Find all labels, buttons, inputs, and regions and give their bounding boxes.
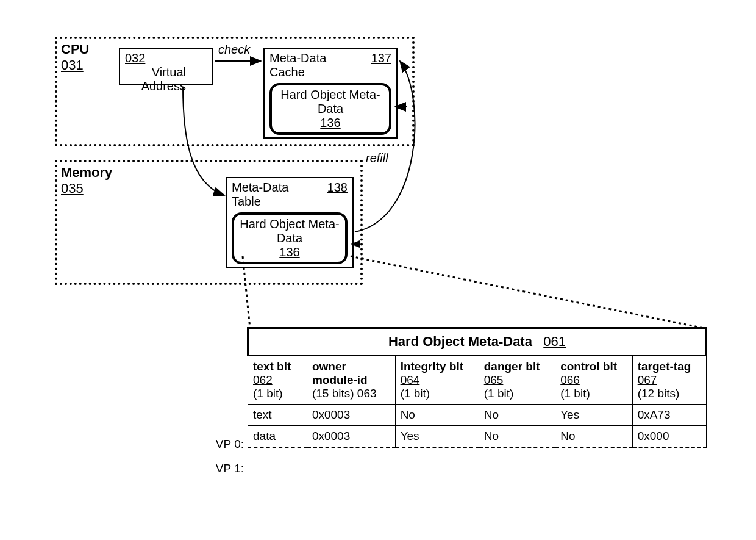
edge-label-check: check xyxy=(218,43,250,57)
meta-data-cache-box: Meta-Data Cache 137 Hard Object Meta-Dat… xyxy=(263,48,398,139)
meta-data-table-detail: Hard Object Meta-Data 061 text bit 062 (… xyxy=(247,327,707,448)
svg-line-3 xyxy=(351,256,704,328)
hard-object-meta-data-cache-inner: Hard Object Meta-Data 136 xyxy=(269,83,391,135)
col-target-tag: target-tag 067 (12 bits) xyxy=(632,356,706,405)
col-text-bit: text bit 062 (1 bit) xyxy=(248,356,307,405)
meta-data-table-box: Meta-Data Table 138 Hard Object Meta-Dat… xyxy=(226,177,354,268)
virtual-address-box: 032 Virtual Address xyxy=(119,48,213,85)
meta-data-cache-ref: 137 xyxy=(371,51,391,65)
meta-data-table-ref: 138 xyxy=(327,181,348,195)
edge-label-refill: refill xyxy=(366,151,388,165)
col-integrity-bit: integrity bit 064 (1 bit) xyxy=(395,356,479,405)
col-owner-module-id: owner module-id (15 bits) 063 xyxy=(307,356,395,405)
row-label-vp1: VP 1: xyxy=(189,462,244,475)
meta-data-table-label: Meta-Data Table xyxy=(232,181,299,209)
row-label-vp0: VP 0: xyxy=(189,437,244,451)
diagram-canvas: CPU 031 032 Virtual Address Meta-Data Ca… xyxy=(0,0,756,540)
table-row: data 0x0003 Yes No No 0x000 xyxy=(248,426,707,448)
memory-label: Memory 035 xyxy=(61,165,112,196)
hard-object-meta-data-table-inner: Hard Object Meta-Data 136 xyxy=(232,212,348,264)
table-row: text 0x0003 No No Yes 0xA73 xyxy=(248,405,707,426)
table-title-row: Hard Object Meta-Data 061 xyxy=(248,328,707,356)
col-control-bit: control bit 066 (1 bit) xyxy=(555,356,633,405)
cpu-label: CPU 031 xyxy=(61,41,89,73)
meta-data-cache-label: Meta-Data Cache xyxy=(269,51,337,79)
col-danger-bit: danger bit 065 (1 bit) xyxy=(479,356,555,405)
